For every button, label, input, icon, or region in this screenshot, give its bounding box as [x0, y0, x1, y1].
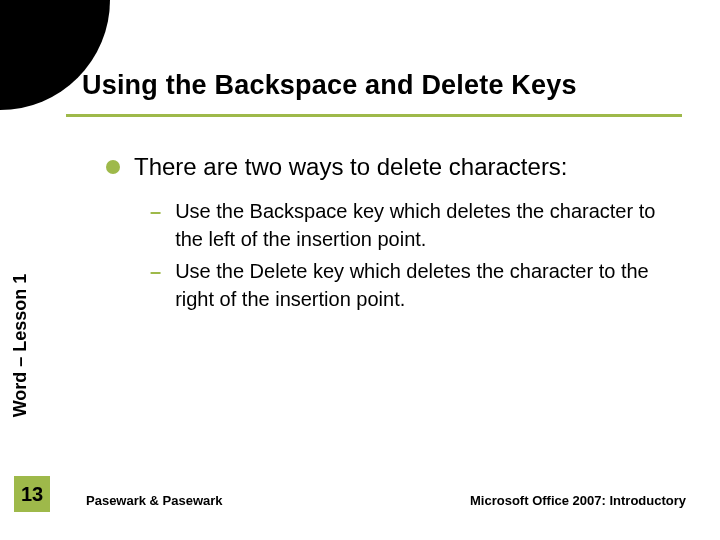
dash-icon: –: [150, 257, 161, 285]
dash-icon: –: [150, 197, 161, 225]
side-label-text: Word – Lesson 1: [11, 273, 32, 417]
bullet-icon: [106, 160, 120, 174]
footer-right: Microsoft Office 2007: Introductory: [470, 493, 686, 508]
page-number-box: 13: [14, 476, 50, 512]
title-underline: [66, 114, 682, 117]
sub-bullet-item: – Use the Delete key which deletes the c…: [150, 257, 664, 313]
sub-bullet-item: – Use the Backspace key which deletes th…: [150, 197, 664, 253]
sub-bullet-list: – Use the Backspace key which deletes th…: [150, 197, 664, 317]
slide: Using the Backspace and Delete Keys Ther…: [0, 0, 720, 540]
sub-bullet-text: Use the Backspace key which deletes the …: [175, 197, 664, 253]
slide-title: Using the Backspace and Delete Keys: [82, 70, 690, 101]
side-label: Word – Lesson 1: [8, 240, 34, 450]
main-bullet-text: There are two ways to delete characters:: [134, 153, 568, 181]
page-number: 13: [21, 483, 43, 506]
sub-bullet-text: Use the Delete key which deletes the cha…: [175, 257, 664, 313]
footer-left: Pasewark & Pasewark: [86, 493, 223, 508]
main-bullet: There are two ways to delete characters:: [106, 153, 680, 181]
